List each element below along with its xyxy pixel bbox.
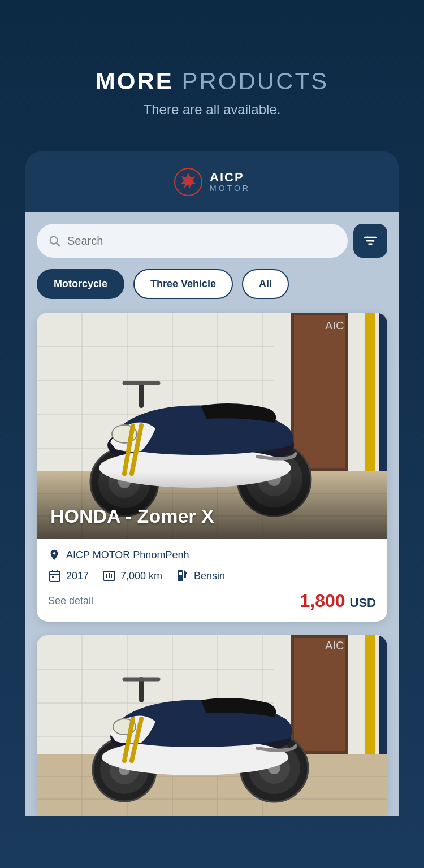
vehicle-card-1: AIC HONDA - Zomer X AICP MOTOR PhnomPenh bbox=[37, 313, 387, 622]
spec-fuel-text-1: Bensin bbox=[194, 570, 225, 582]
svg-point-8 bbox=[372, 240, 374, 242]
svg-text:AIC: AIC bbox=[325, 639, 344, 652]
svg-line-3 bbox=[57, 243, 59, 246]
fuel-icon bbox=[176, 569, 189, 583]
search-icon bbox=[48, 235, 60, 247]
category-tabs: Motorcycle Three Vehicle All bbox=[37, 269, 387, 299]
search-input[interactable] bbox=[67, 235, 336, 248]
svg-rect-68 bbox=[294, 638, 345, 751]
vehicle-card-2: AIC bbox=[37, 635, 387, 816]
app-card: AICP MOTOR bbox=[25, 151, 399, 816]
motorcycle-image-svg-2: AIC bbox=[37, 635, 387, 816]
location-pin-icon bbox=[48, 549, 60, 561]
svg-rect-48 bbox=[50, 571, 60, 581]
calendar-icon bbox=[48, 569, 62, 583]
price-wrap-1: 1,800 USD bbox=[300, 591, 376, 611]
svg-rect-52 bbox=[52, 576, 54, 578]
vehicle-image-2: AIC bbox=[37, 635, 387, 816]
odometer-icon bbox=[102, 569, 116, 583]
price-amount-1: 1,800 bbox=[300, 591, 345, 611]
logo-text: AICP MOTOR bbox=[210, 171, 250, 193]
spec-mileage-1: 7,000 km bbox=[102, 569, 162, 583]
logo-motor: MOTOR bbox=[210, 184, 250, 193]
spec-year-1: 2017 bbox=[48, 569, 89, 583]
vehicle-info-1: AICP MOTOR PhnomPenh 2017 bbox=[37, 539, 387, 622]
svg-text:AIC: AIC bbox=[325, 319, 344, 332]
spec-fuel-1: Bensin bbox=[176, 569, 225, 583]
vehicle-specs-1: 2017 7,000 km bbox=[48, 569, 376, 583]
see-detail-1[interactable]: See detail bbox=[48, 595, 93, 607]
page-title: MORE PRODUCTS bbox=[23, 68, 401, 95]
vehicle-name-overlay: HONDA - Zomer X bbox=[37, 471, 387, 539]
location-text-1: AICP MOTOR PhnomPenh bbox=[66, 549, 189, 561]
svg-point-1 bbox=[185, 179, 192, 185]
price-currency-1: USD bbox=[350, 596, 376, 610]
tab-motorcycle[interactable]: Motorcycle bbox=[37, 269, 124, 299]
title-products: PRODUCTS bbox=[181, 68, 328, 94]
app-header: AICP MOTOR bbox=[25, 151, 399, 212]
tab-three-vehicle[interactable]: Three Vehicle bbox=[133, 269, 233, 299]
spec-mileage-text-1: 7,000 km bbox=[120, 570, 162, 582]
page-background: MORE PRODUCTS There are all available. A… bbox=[0, 0, 424, 868]
logo-aicp: AICP bbox=[210, 171, 250, 184]
filter-icon bbox=[362, 233, 378, 249]
header-section: MORE PRODUCTS There are all available. bbox=[0, 0, 424, 151]
aicp-logo-icon bbox=[174, 167, 203, 197]
vehicle-image-1: AIC HONDA - Zomer X bbox=[37, 313, 387, 539]
filter-button[interactable] bbox=[353, 224, 387, 258]
svg-rect-21 bbox=[294, 315, 345, 468]
title-more: MORE bbox=[96, 68, 174, 94]
vehicle-name-1: HONDA - Zomer X bbox=[50, 505, 374, 527]
content-area: Motorcycle Three Vehicle All bbox=[25, 212, 399, 816]
page-subtitle: There are all available. bbox=[23, 102, 401, 118]
tab-all[interactable]: All bbox=[242, 269, 289, 299]
spec-year-text-1: 2017 bbox=[66, 570, 89, 582]
svg-point-7 bbox=[367, 236, 369, 238]
search-bar bbox=[37, 224, 387, 258]
vehicle-footer-1: See detail 1,800 USD bbox=[48, 591, 376, 611]
search-input-wrap bbox=[37, 224, 348, 258]
vehicle-location-1: AICP MOTOR PhnomPenh bbox=[48, 549, 376, 561]
